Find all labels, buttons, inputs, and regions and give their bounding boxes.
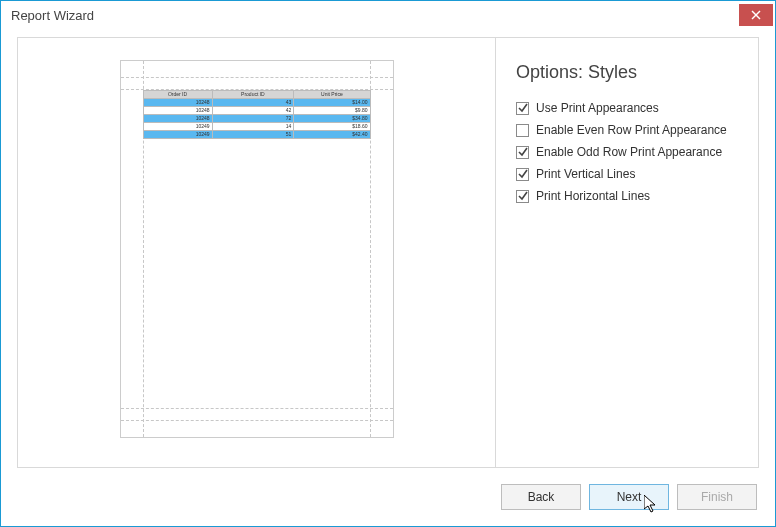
- checkbox-icon: [516, 124, 529, 137]
- checkbox-icon: [516, 190, 529, 203]
- options-pane: Options: Styles Use Print Appearances En…: [496, 38, 758, 467]
- wizard-buttons: Back Next Finish: [501, 484, 757, 510]
- finish-button: Finish: [677, 484, 757, 510]
- preview-table: Order ID Product ID Unit Price 10248 43 …: [143, 90, 371, 139]
- checkbox-label: Enable Even Row Print Appearance: [536, 123, 727, 137]
- checkbox-icon: [516, 102, 529, 115]
- table-row: 10248 43 $14.00: [143, 99, 370, 107]
- checkbox-icon: [516, 146, 529, 159]
- wizard-window: Report Wizard Order ID: [0, 0, 776, 527]
- close-button[interactable]: [739, 4, 773, 26]
- table-row: 10249 14 $18.60: [143, 123, 370, 131]
- margin-guide: [121, 77, 393, 78]
- col-header: Product ID: [212, 91, 294, 99]
- preview-pane: Order ID Product ID Unit Price 10248 43 …: [18, 38, 496, 467]
- checkbox-label: Print Vertical Lines: [536, 167, 635, 181]
- col-header: Unit Price: [294, 91, 370, 99]
- back-button[interactable]: Back: [501, 484, 581, 510]
- table-header-row: Order ID Product ID Unit Price: [143, 91, 370, 99]
- options-heading: Options: Styles: [516, 62, 738, 83]
- checkbox-label: Use Print Appearances: [536, 101, 659, 115]
- checkbox-label: Enable Odd Row Print Appearance: [536, 145, 722, 159]
- margin-guide: [121, 408, 393, 409]
- checkbox-use-print-appearances[interactable]: Use Print Appearances: [516, 101, 738, 115]
- checkbox-print-horizontal-lines[interactable]: Print Horizontal Lines: [516, 189, 738, 203]
- table-row: 10248 72 $34.80: [143, 115, 370, 123]
- window-title: Report Wizard: [11, 8, 94, 23]
- table-row: 10248 42 $9.80: [143, 107, 370, 115]
- checkbox-print-vertical-lines[interactable]: Print Vertical Lines: [516, 167, 738, 181]
- margin-guide: [121, 420, 393, 421]
- checkbox-label: Print Horizontal Lines: [536, 189, 650, 203]
- content-area: Order ID Product ID Unit Price 10248 43 …: [17, 37, 759, 468]
- table-row: 10249 51 $42.40: [143, 131, 370, 139]
- next-button[interactable]: Next: [589, 484, 669, 510]
- titlebar: Report Wizard: [1, 1, 775, 29]
- page-preview: Order ID Product ID Unit Price 10248 43 …: [120, 60, 394, 438]
- checkbox-enable-odd-row[interactable]: Enable Odd Row Print Appearance: [516, 145, 738, 159]
- close-icon: [751, 10, 761, 20]
- checkbox-icon: [516, 168, 529, 181]
- col-header: Order ID: [143, 91, 212, 99]
- checkbox-enable-even-row[interactable]: Enable Even Row Print Appearance: [516, 123, 738, 137]
